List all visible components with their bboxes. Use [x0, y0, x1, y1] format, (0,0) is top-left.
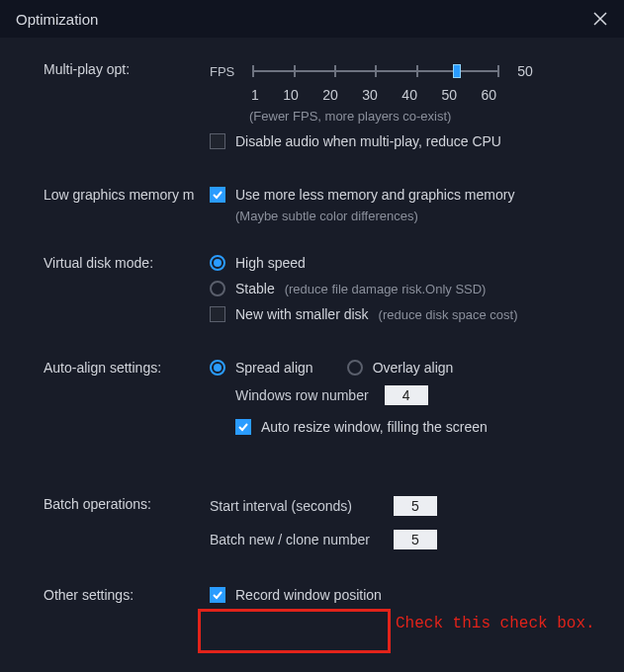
content: Multi-play opt: FPS 50 1	[0, 38, 624, 609]
tick: 20	[322, 87, 338, 103]
label-multi-play: Multi-play opt:	[44, 61, 210, 155]
close-icon[interactable]	[588, 8, 612, 31]
annotation-text: Check this check box.	[396, 615, 595, 632]
label-other: Other settings:	[44, 587, 210, 609]
section-multi-play: Multi-play opt: FPS 50 1	[44, 61, 580, 155]
radio-spread-align[interactable]	[210, 360, 225, 376]
fps-unit: FPS	[210, 64, 234, 79]
clone-number-label: Batch new / clone number	[210, 532, 378, 547]
start-interval-label: Start interval (seconds)	[210, 498, 378, 514]
high-speed-label: High speed	[235, 255, 306, 271]
record-window-position-checkbox[interactable]	[210, 587, 225, 603]
section-low-graphics: Low graphics memory m Use more less memo…	[44, 187, 580, 223]
new-smaller-disk-checkbox[interactable]	[210, 306, 225, 322]
tick: 60	[481, 87, 496, 103]
tick: 10	[283, 87, 299, 103]
radio-overlay-align[interactable]	[347, 360, 363, 376]
radio-stable[interactable]	[210, 281, 225, 296]
label-batch: Batch operations:	[44, 496, 210, 563]
tick: 40	[401, 87, 417, 103]
label-virtual-disk: Virtual disk mode:	[44, 255, 210, 328]
window-title: Optimization	[16, 11, 98, 28]
disable-audio-label: Disable audio when multi-play, reduce CP…	[235, 133, 501, 149]
low-graphics-cb-label: Use more less memory and graphics memory	[235, 187, 514, 203]
start-interval-input[interactable]	[394, 496, 437, 516]
new-smaller-disk-hint: (reduce disk space cost)	[379, 307, 518, 322]
label-low-graphics: Low graphics memory m	[44, 187, 210, 223]
annotation-box	[198, 609, 391, 653]
auto-resize-label: Auto resize window, filling the screen	[261, 419, 488, 435]
disable-audio-checkbox[interactable]	[210, 133, 225, 149]
tick: 30	[362, 87, 378, 103]
clone-number-input[interactable]	[394, 530, 437, 549]
fps-slider[interactable]	[252, 61, 497, 81]
fps-hint: (Fewer FPS, more players co-exist)	[249, 109, 580, 124]
stable-label: Stable	[235, 281, 275, 296]
section-batch: Batch operations: Start interval (second…	[44, 496, 580, 563]
auto-resize-checkbox[interactable]	[235, 419, 251, 435]
label-auto-align: Auto-align settings:	[44, 360, 210, 441]
low-graphics-checkbox[interactable]	[210, 187, 225, 203]
tick: 50	[441, 87, 457, 103]
tick: 1	[251, 87, 259, 103]
section-auto-align: Auto-align settings: Spread align Overla…	[44, 360, 580, 441]
new-smaller-disk-label: New with smaller disk	[235, 306, 369, 322]
rownum-input[interactable]	[385, 385, 428, 405]
fps-value: 50	[517, 63, 533, 79]
titlebar: Optimization	[0, 0, 624, 38]
spread-align-label: Spread align	[235, 360, 313, 376]
overlay-align-label: Overlay align	[373, 360, 454, 376]
fps-tick-labels: 1 10 20 30 40 50 60	[251, 87, 496, 103]
low-graphics-hint: (Maybe subtle color differences)	[235, 209, 580, 223]
radio-high-speed[interactable]	[210, 255, 225, 271]
record-window-position-label: Record window position	[235, 587, 382, 603]
section-virtual-disk: Virtual disk mode: High speed Stable (re…	[44, 255, 580, 328]
stable-hint: (reduce file damage risk.Only SSD)	[285, 282, 487, 296]
rownum-label: Windows row number	[235, 387, 369, 403]
section-other: Other settings: Record window position	[44, 587, 580, 609]
